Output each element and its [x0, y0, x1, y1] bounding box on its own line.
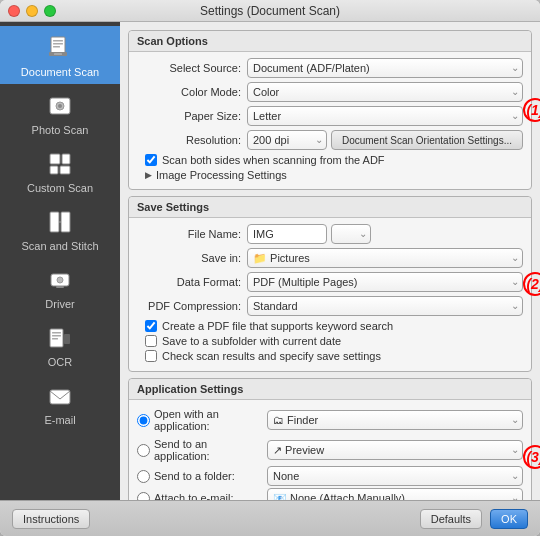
- svg-rect-18: [56, 286, 64, 288]
- scan-both-sides-checkbox[interactable]: [145, 154, 157, 166]
- sidebar-item-scan-and-stitch[interactable]: Scan and Stitch: [0, 200, 120, 258]
- bottom-bar: Instructions Defaults OK: [0, 500, 540, 536]
- save-settings-body: File Name: Save in:: [129, 218, 531, 371]
- file-name-input[interactable]: [247, 224, 327, 244]
- document-scan-icon: [44, 32, 76, 64]
- sidebar-label-ocr: OCR: [48, 356, 72, 368]
- resolution-wrap: 200 dpi: [247, 130, 327, 150]
- photo-scan-icon: [44, 90, 76, 122]
- right-panel: Scan Options Select Source: Document (AD…: [120, 22, 540, 500]
- attach-email-dropdown[interactable]: 📧 None (Attach Manually): [267, 488, 523, 500]
- attach-email-row: Attach to e-mail: 📧 None (Attach Manuall…: [137, 488, 523, 500]
- check-scan-results-checkbox[interactable]: [145, 350, 157, 362]
- instructions-button[interactable]: Instructions: [12, 509, 90, 529]
- data-format-control: PDF (Multiple Pages): [247, 272, 523, 292]
- ocr-icon: [44, 322, 76, 354]
- defaults-button[interactable]: Defaults: [420, 509, 482, 529]
- send-to-app-radio[interactable]: [137, 444, 150, 457]
- svg-rect-12: [60, 166, 70, 174]
- subfolder-label: Save to a subfolder with current date: [162, 335, 341, 347]
- sidebar: Document Scan Photo Scan: [0, 22, 120, 500]
- app-settings-title: Application Settings: [129, 379, 531, 400]
- send-to-folder-radio[interactable]: [137, 470, 150, 483]
- sidebar-item-driver[interactable]: Driver: [0, 258, 120, 316]
- open-with-app-dropdown[interactable]: 🗂 Finder: [267, 410, 523, 430]
- select-source-label: Select Source:: [137, 62, 247, 74]
- pdf-compression-wrap: Standard: [247, 296, 523, 316]
- send-to-folder-dropdown[interactable]: None: [267, 466, 523, 486]
- svg-rect-11: [50, 166, 58, 174]
- save-in-dropdown[interactable]: 📁 Pictures: [247, 248, 523, 268]
- sidebar-label-custom-scan: Custom Scan: [27, 182, 93, 194]
- resolution-row: Resolution: 200 dpi Document Scan Orient…: [137, 130, 523, 150]
- svg-point-17: [57, 277, 63, 283]
- file-name-row: File Name:: [137, 224, 523, 244]
- sidebar-item-custom-scan[interactable]: Custom Scan: [0, 142, 120, 200]
- file-name-format-dropdown[interactable]: [331, 224, 371, 244]
- data-format-label: Data Format:: [137, 276, 247, 288]
- select-source-dropdown[interactable]: Document (ADF/Platen): [247, 58, 523, 78]
- paper-size-control: Letter: [247, 106, 523, 126]
- sidebar-item-email[interactable]: E-mail: [0, 374, 120, 432]
- file-name-label: File Name:: [137, 228, 247, 240]
- color-mode-wrap: Color: [247, 82, 523, 102]
- scan-options-title: Scan Options: [129, 31, 531, 52]
- email-icon: [44, 380, 76, 412]
- title-bar: Settings (Document Scan): [0, 0, 540, 22]
- resolution-label: Resolution:: [137, 134, 247, 146]
- main-content: Document Scan Photo Scan: [0, 22, 540, 500]
- resolution-dropdown[interactable]: 200 dpi: [247, 130, 327, 150]
- disclosure-triangle-icon: ▶: [145, 170, 152, 180]
- svg-rect-10: [62, 154, 70, 164]
- attach-email-wrap: 📧 None (Attach Manually): [267, 488, 523, 500]
- image-processing-disclosure[interactable]: ▶ Image Processing Settings: [145, 169, 523, 181]
- minimize-button[interactable]: [26, 5, 38, 17]
- open-with-app-radio-wrap: Open with an application:: [137, 408, 267, 432]
- scan-both-sides-label: Scan both sides when scanning from the A…: [162, 154, 385, 166]
- sidebar-item-ocr[interactable]: OCR: [0, 316, 120, 374]
- save-in-row: Save in: 📁 Pictures: [137, 248, 523, 268]
- app-settings-body: Open with an application: 🗂 Finder Send …: [129, 400, 531, 500]
- pdf-compression-label: PDF Compression:: [137, 300, 247, 312]
- open-with-app-row: Open with an application: 🗂 Finder: [137, 406, 523, 434]
- save-settings-section: Save Settings File Name:: [128, 196, 532, 372]
- sidebar-label-email: E-mail: [44, 414, 75, 426]
- scan-and-stitch-icon: [44, 206, 76, 238]
- pdf-compression-dropdown[interactable]: Standard: [247, 296, 523, 316]
- pdf-compression-control: Standard: [247, 296, 523, 316]
- svg-rect-22: [52, 338, 58, 340]
- send-to-folder-label: Send to a folder:: [154, 470, 264, 482]
- paper-size-row: Paper Size: Letter: [137, 106, 523, 126]
- svg-rect-13: [50, 212, 59, 232]
- send-to-app-radio-wrap: Send to an application:: [137, 438, 267, 462]
- ok-button[interactable]: OK: [490, 509, 528, 529]
- scan-options-badge: (1): [523, 98, 540, 122]
- send-to-app-dropdown[interactable]: ↗ Preview: [267, 440, 523, 460]
- custom-scan-icon: [44, 148, 76, 180]
- sidebar-label-scan-and-stitch: Scan and Stitch: [21, 240, 98, 252]
- svg-rect-24: [50, 390, 70, 404]
- send-to-app-wrap: ↗ Preview: [267, 440, 523, 460]
- save-in-control: 📁 Pictures: [247, 248, 523, 268]
- driver-icon: [44, 264, 76, 296]
- open-with-app-radio[interactable]: [137, 414, 150, 427]
- settings-window: Settings (Document Scan) Document Scan: [0, 0, 540, 536]
- send-to-app-label: Send to an application:: [154, 438, 264, 462]
- close-button[interactable]: [8, 5, 20, 17]
- data-format-dropdown[interactable]: PDF (Multiple Pages): [247, 272, 523, 292]
- subfolder-checkbox[interactable]: [145, 335, 157, 347]
- attach-email-radio[interactable]: [137, 492, 150, 501]
- send-to-folder-wrap: None: [267, 466, 523, 486]
- color-mode-label: Color Mode:: [137, 86, 247, 98]
- svg-rect-20: [52, 332, 61, 334]
- maximize-button[interactable]: [44, 5, 56, 17]
- file-name-control: [247, 224, 523, 244]
- select-source-row: Select Source: Document (ADF/Platen): [137, 58, 523, 78]
- orientation-settings-button[interactable]: Document Scan Orientation Settings...: [331, 130, 523, 150]
- color-mode-dropdown[interactable]: Color: [247, 82, 523, 102]
- check-scan-results-row: Check scan results and specify save sett…: [145, 350, 523, 362]
- keyword-search-checkbox[interactable]: [145, 320, 157, 332]
- paper-size-dropdown[interactable]: Letter: [247, 106, 523, 126]
- sidebar-item-photo-scan[interactable]: Photo Scan: [0, 84, 120, 142]
- sidebar-item-document-scan[interactable]: Document Scan: [0, 26, 120, 84]
